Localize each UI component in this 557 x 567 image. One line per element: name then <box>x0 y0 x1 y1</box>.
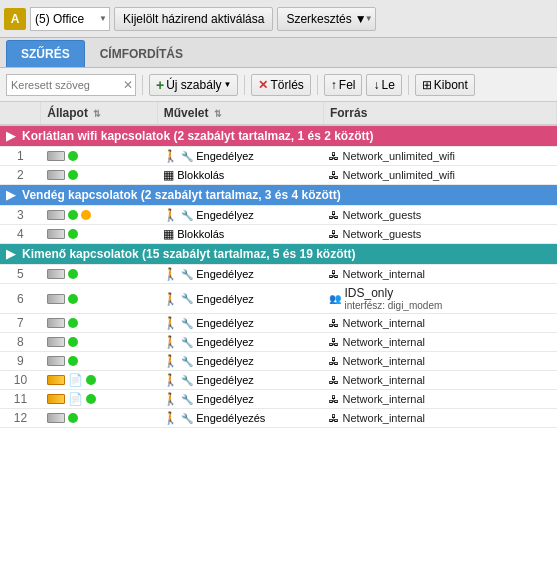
row-action: 🚶🔧Engedélyez <box>157 390 323 409</box>
group-collapse-arrow: ▶ <box>6 247 15 261</box>
row-action: 🚶🔧Engedélyez <box>157 284 323 314</box>
connection-icon <box>47 210 65 220</box>
activate-policy-button[interactable]: Kijelölt házirend aktiválása <box>114 7 273 31</box>
connection-icon <box>47 269 65 279</box>
table-row[interactable]: 8 🚶🔧Engedélyez 🖧Network_internal <box>0 333 557 352</box>
top-bar: A (5) Office Kijelölt házirend aktiválás… <box>0 0 557 38</box>
delete-button[interactable]: ✕ Törlés <box>251 74 310 96</box>
table-row[interactable]: 7 🚶🔧Engedélyez 🖧Network_internal <box>0 314 557 333</box>
row-source: 🖧 Network_guests <box>323 225 556 244</box>
table-body: ▶ Korlátlan wifi kapcsolatok (2 szabályt… <box>0 125 557 428</box>
row-num: 10 <box>0 371 41 390</box>
block-grid-icon: ▦ <box>163 168 174 182</box>
network-icon: 👥 <box>329 293 341 304</box>
plus-icon: + <box>156 77 164 93</box>
doc-icon: 📄 <box>68 373 83 387</box>
col-header-state[interactable]: Állapot ⇅ <box>41 102 158 125</box>
separator-3 <box>317 75 318 95</box>
row-state <box>41 284 158 314</box>
table-row[interactable]: 5 🚶🔧Engedélyez 🖧Network_internal <box>0 265 557 284</box>
table-row[interactable]: 3 🚶 🔧 Engedélyez <box>0 206 557 225</box>
col-header-num <box>0 102 41 125</box>
tab-szures[interactable]: SZŰRÉS <box>6 40 85 67</box>
row-num: 6 <box>0 284 41 314</box>
sort-state-icon: ⇅ <box>93 109 101 119</box>
row-source: 🖧Network_internal <box>323 409 556 428</box>
table-row[interactable]: 1 🚶 🔧 Engedélyez <box>0 147 557 166</box>
allow-icon: 🔧 <box>181 337 193 348</box>
arrow-up-icon: ↑ <box>331 78 337 92</box>
tab-cimforditas[interactable]: CÍMFORDÍTÁS <box>85 40 198 67</box>
group-header-blue[interactable]: ▶ Vendég kapcsolatok (2 szabályt tartalm… <box>0 185 557 205</box>
row-source: 👥IDS_onlyinterfész: digi_modem <box>323 284 556 314</box>
row-source: 🖧 Network_unlimited_wifi <box>323 166 556 185</box>
app-icon: A <box>4 8 26 30</box>
row-action: 🚶🔧Engedélyez <box>157 265 323 284</box>
status-on-icon <box>68 294 78 304</box>
status-on-icon <box>86 394 96 404</box>
row-action: 🚶🔧Engedélyez <box>157 371 323 390</box>
row-source: 🖧Network_internal <box>323 371 556 390</box>
tabs-bar: SZŰRÉS CÍMFORDÍTÁS <box>0 38 557 68</box>
allow-icon: 🔧 <box>181 394 193 405</box>
row-action: 🚶🔧Engedélyez <box>157 352 323 371</box>
new-rule-button[interactable]: + Új szabály ▼ <box>149 74 238 96</box>
table-row[interactable]: 4 ▦ Blokkolás 🖧 <box>0 225 557 244</box>
group-header-teal[interactable]: ▶ Kimenő kapcsolatok (15 szabályt tartal… <box>0 244 557 264</box>
table-row[interactable]: 11 📄 🚶🔧Engedélyez 🖧Network_internal <box>0 390 557 409</box>
row-action: ▦ Blokkolás <box>157 225 323 244</box>
connection-icon <box>47 318 65 328</box>
search-input[interactable] <box>6 74 136 96</box>
person-icon: 🚶 <box>163 354 178 368</box>
edit-select-wrapper[interactable]: Szerkesztés ▼ <box>277 7 375 31</box>
network-icon: 🖧 <box>329 375 339 386</box>
office-select-wrapper[interactable]: (5) Office <box>30 7 110 31</box>
connection-icon <box>47 337 65 347</box>
row-source: 🖧Network_internal <box>323 390 556 409</box>
row-action: 🚶🔧Engedélyez <box>157 333 323 352</box>
separator-2 <box>244 75 245 95</box>
up-button[interactable]: ↑ Fel <box>324 74 363 96</box>
row-action: 🚶🔧Engedélyezés <box>157 409 323 428</box>
table-row[interactable]: 6 🚶🔧Engedélyez 👥IDS_onlyinterfész: digi_… <box>0 284 557 314</box>
group-collapse-arrow: ▶ <box>6 188 15 202</box>
table-row[interactable]: 2 ▦ Blokkolás 🖧 <box>0 166 557 185</box>
status-on-icon <box>68 318 78 328</box>
rules-table-wrap: Állapot ⇅ Művelet ⇅ Forrás ▶ Korlátlan <box>0 102 557 567</box>
table-row[interactable]: 12 🚶🔧Engedélyezés 🖧Network_internal <box>0 409 557 428</box>
allow-icon: 🔧 <box>181 269 193 280</box>
row-action: 🚶 🔧 Engedélyez <box>157 206 323 225</box>
network-icon: 🖧 <box>329 413 339 424</box>
allow-icon: 🔧 <box>181 151 193 162</box>
group-header-pink[interactable]: ▶ Korlátlan wifi kapcsolatok (2 szabályt… <box>0 126 557 146</box>
row-state <box>41 352 158 371</box>
table-row[interactable]: 9 🚶🔧Engedélyez 🖧Network_internal <box>0 352 557 371</box>
row-num: 9 <box>0 352 41 371</box>
row-state: 📄 <box>41 390 158 409</box>
row-source: 🖧Network_internal <box>323 314 556 333</box>
network-icon: 🖧 <box>329 229 339 240</box>
down-button[interactable]: ↓ Le <box>366 74 401 96</box>
table-row[interactable]: 10 📄 🚶🔧Engedélyez 🖧Network_internal <box>0 371 557 390</box>
separator-1 <box>142 75 143 95</box>
connection-icon-orange <box>47 394 65 404</box>
search-clear-icon[interactable]: ✕ <box>123 78 133 92</box>
connection-icon <box>47 356 65 366</box>
status-on-icon <box>68 413 78 423</box>
row-state <box>41 333 158 352</box>
row-source: 🖧Network_internal <box>323 333 556 352</box>
row-action: 🚶 🔧 Engedélyez <box>157 147 323 166</box>
expand-button[interactable]: ⊞ Kibont <box>415 74 475 96</box>
connection-icon <box>47 151 65 161</box>
row-action: ▦ Blokkolás <box>157 166 323 185</box>
allow-icon: 🔧 <box>181 375 193 386</box>
connection-icon <box>47 294 65 304</box>
person-icon: 🚶 <box>163 392 178 406</box>
status-on-icon <box>86 375 96 385</box>
edit-button[interactable]: Szerkesztés ▼ <box>277 7 375 31</box>
col-header-action[interactable]: Művelet ⇅ <box>157 102 323 125</box>
network-icon: 🖧 <box>329 170 339 181</box>
office-select[interactable]: (5) Office <box>30 7 110 31</box>
person-icon: 🚶 <box>163 373 178 387</box>
group-row-2: ▶ Vendég kapcsolatok (2 szabályt tartalm… <box>0 185 557 206</box>
